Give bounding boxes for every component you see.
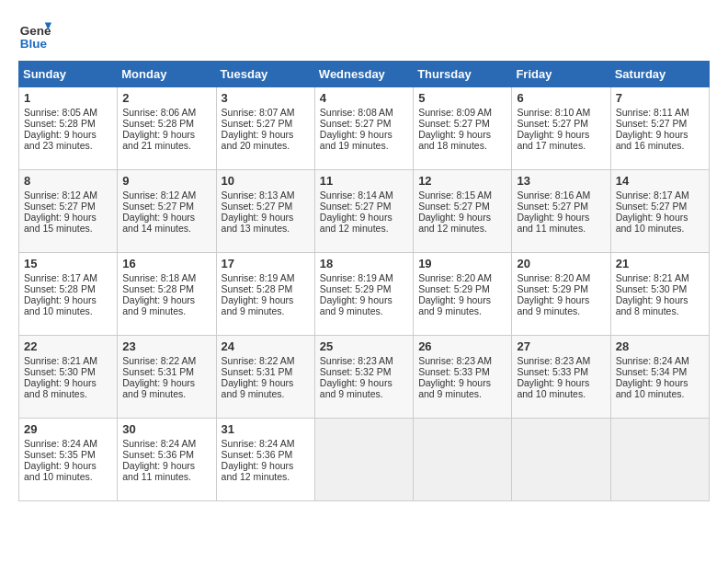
day-number: 16 xyxy=(122,257,210,270)
sunset-text: Sunset: 5:28 PM xyxy=(122,118,194,129)
daylight-text: Daylight: 9 hours and 8 minutes. xyxy=(24,377,97,399)
sunrise-text: Sunrise: 8:12 AM xyxy=(122,190,196,201)
sunrise-text: Sunrise: 8:14 AM xyxy=(320,190,393,201)
sunrise-text: Sunrise: 8:16 AM xyxy=(517,190,590,201)
sunset-text: Sunset: 5:27 PM xyxy=(616,118,688,129)
calendar-week-row: 15Sunrise: 8:17 AMSunset: 5:28 PMDayligh… xyxy=(19,253,710,336)
sunrise-text: Sunrise: 8:18 AM xyxy=(122,272,196,283)
day-number: 18 xyxy=(320,257,408,270)
day-number: 27 xyxy=(517,339,605,353)
calendar-day-cell: 22Sunrise: 8:21 AMSunset: 5:30 PMDayligh… xyxy=(19,336,118,419)
daylight-text: Daylight: 9 hours and 9 minutes. xyxy=(418,377,491,399)
day-number: 25 xyxy=(320,339,408,353)
sunset-text: Sunset: 5:27 PM xyxy=(517,201,588,212)
sunrise-text: Sunrise: 8:07 AM xyxy=(222,107,295,118)
sunrise-text: Sunrise: 8:23 AM xyxy=(320,355,393,366)
calendar-day-cell: 31Sunrise: 8:24 AMSunset: 5:36 PMDayligh… xyxy=(216,419,314,501)
day-number: 8 xyxy=(24,174,112,188)
calendar-day-cell xyxy=(512,419,610,501)
calendar-week-row: 29Sunrise: 8:24 AMSunset: 5:35 PMDayligh… xyxy=(19,419,710,501)
daylight-text: Daylight: 9 hours and 11 minutes. xyxy=(517,212,589,234)
sunset-text: Sunset: 5:27 PM xyxy=(320,118,392,129)
day-number: 19 xyxy=(418,257,506,270)
sunset-text: Sunset: 5:30 PM xyxy=(616,283,688,294)
sunset-text: Sunset: 5:28 PM xyxy=(222,283,293,294)
daylight-text: Daylight: 9 hours and 11 minutes. xyxy=(122,460,195,482)
day-number: 17 xyxy=(222,257,310,270)
calendar-day-cell: 5Sunrise: 8:09 AMSunset: 5:27 PMDaylight… xyxy=(414,87,512,170)
calendar-week-row: 8Sunrise: 8:12 AMSunset: 5:27 PMDaylight… xyxy=(19,170,710,253)
daylight-text: Daylight: 9 hours and 12 minutes. xyxy=(320,212,392,234)
sunrise-text: Sunrise: 8:17 AM xyxy=(616,190,689,201)
calendar-day-cell: 9Sunrise: 8:12 AMSunset: 5:27 PMDaylight… xyxy=(118,170,216,253)
daylight-text: Daylight: 9 hours and 9 minutes. xyxy=(122,377,195,399)
sunset-text: Sunset: 5:32 PM xyxy=(320,366,392,377)
sunrise-text: Sunrise: 8:10 AM xyxy=(517,107,590,118)
calendar-day-cell: 1Sunrise: 8:05 AMSunset: 5:28 PMDaylight… xyxy=(19,87,118,170)
sunset-text: Sunset: 5:31 PM xyxy=(122,366,194,377)
calendar-day-cell xyxy=(314,419,413,501)
day-of-week-header: Sunday xyxy=(19,62,118,87)
calendar-day-cell: 24Sunrise: 8:22 AMSunset: 5:31 PMDayligh… xyxy=(216,336,314,419)
calendar-day-cell: 13Sunrise: 8:16 AMSunset: 5:27 PMDayligh… xyxy=(512,170,610,253)
calendar-day-cell: 4Sunrise: 8:08 AMSunset: 5:27 PMDaylight… xyxy=(314,87,413,170)
sunset-text: Sunset: 5:29 PM xyxy=(517,283,588,294)
calendar-table: SundayMondayTuesdayWednesdayThursdayFrid… xyxy=(18,61,710,501)
sunset-text: Sunset: 5:28 PM xyxy=(24,118,96,129)
daylight-text: Daylight: 9 hours and 21 minutes. xyxy=(122,129,195,151)
calendar-day-cell: 7Sunrise: 8:11 AMSunset: 5:27 PMDaylight… xyxy=(610,87,709,170)
sunset-text: Sunset: 5:28 PM xyxy=(122,283,194,294)
sunset-text: Sunset: 5:27 PM xyxy=(222,201,293,212)
day-number: 2 xyxy=(122,91,210,105)
calendar-day-cell: 2Sunrise: 8:06 AMSunset: 5:28 PMDaylight… xyxy=(118,87,216,170)
day-number: 29 xyxy=(24,422,112,436)
calendar-day-cell: 15Sunrise: 8:17 AMSunset: 5:28 PMDayligh… xyxy=(19,253,118,336)
day-number: 15 xyxy=(24,257,112,270)
page-header: General Blue xyxy=(18,18,710,52)
day-number: 7 xyxy=(616,91,704,105)
sunrise-text: Sunrise: 8:09 AM xyxy=(418,107,492,118)
calendar-day-cell: 29Sunrise: 8:24 AMSunset: 5:35 PMDayligh… xyxy=(19,419,118,501)
day-of-week-header: Thursday xyxy=(414,62,512,87)
calendar-day-cell: 28Sunrise: 8:24 AMSunset: 5:34 PMDayligh… xyxy=(610,336,709,419)
calendar-day-cell: 3Sunrise: 8:07 AMSunset: 5:27 PMDaylight… xyxy=(216,87,314,170)
sunrise-text: Sunrise: 8:24 AM xyxy=(24,438,97,449)
calendar-day-cell: 30Sunrise: 8:24 AMSunset: 5:36 PMDayligh… xyxy=(118,419,216,501)
day-number: 9 xyxy=(122,174,210,188)
day-number: 1 xyxy=(24,91,112,105)
sunset-text: Sunset: 5:28 PM xyxy=(24,283,96,294)
daylight-text: Daylight: 9 hours and 17 minutes. xyxy=(517,129,589,151)
daylight-text: Daylight: 9 hours and 23 minutes. xyxy=(24,129,97,151)
calendar-day-cell: 20Sunrise: 8:20 AMSunset: 5:29 PMDayligh… xyxy=(512,253,610,336)
sunrise-text: Sunrise: 8:22 AM xyxy=(222,355,295,366)
calendar-day-cell: 16Sunrise: 8:18 AMSunset: 5:28 PMDayligh… xyxy=(118,253,216,336)
daylight-text: Daylight: 9 hours and 19 minutes. xyxy=(320,129,392,151)
day-number: 4 xyxy=(320,91,408,105)
sunrise-text: Sunrise: 8:21 AM xyxy=(24,355,97,366)
daylight-text: Daylight: 9 hours and 10 minutes. xyxy=(24,294,97,316)
day-number: 10 xyxy=(222,174,310,188)
day-number: 24 xyxy=(222,339,310,353)
daylight-text: Daylight: 9 hours and 9 minutes. xyxy=(122,294,195,316)
daylight-text: Daylight: 9 hours and 14 minutes. xyxy=(122,212,195,234)
day-number: 14 xyxy=(616,174,704,188)
daylight-text: Daylight: 9 hours and 10 minutes. xyxy=(616,212,688,234)
day-number: 20 xyxy=(517,257,605,270)
sunrise-text: Sunrise: 8:06 AM xyxy=(122,107,196,118)
sunrise-text: Sunrise: 8:19 AM xyxy=(222,272,295,283)
sunrise-text: Sunrise: 8:20 AM xyxy=(418,272,492,283)
calendar-week-row: 1Sunrise: 8:05 AMSunset: 5:28 PMDaylight… xyxy=(19,87,710,170)
sunrise-text: Sunrise: 8:20 AM xyxy=(517,272,590,283)
sunrise-text: Sunrise: 8:11 AM xyxy=(616,107,689,118)
sunset-text: Sunset: 5:27 PM xyxy=(122,201,194,212)
day-number: 30 xyxy=(122,422,210,436)
sunrise-text: Sunrise: 8:24 AM xyxy=(616,355,689,366)
sunrise-text: Sunrise: 8:23 AM xyxy=(418,355,492,366)
day-of-week-header: Monday xyxy=(118,62,216,87)
day-of-week-header: Wednesday xyxy=(314,62,413,87)
sunset-text: Sunset: 5:27 PM xyxy=(616,201,688,212)
sunrise-text: Sunrise: 8:17 AM xyxy=(24,272,97,283)
sunrise-text: Sunrise: 8:21 AM xyxy=(616,272,689,283)
day-number: 22 xyxy=(24,339,112,353)
day-number: 5 xyxy=(418,91,506,105)
